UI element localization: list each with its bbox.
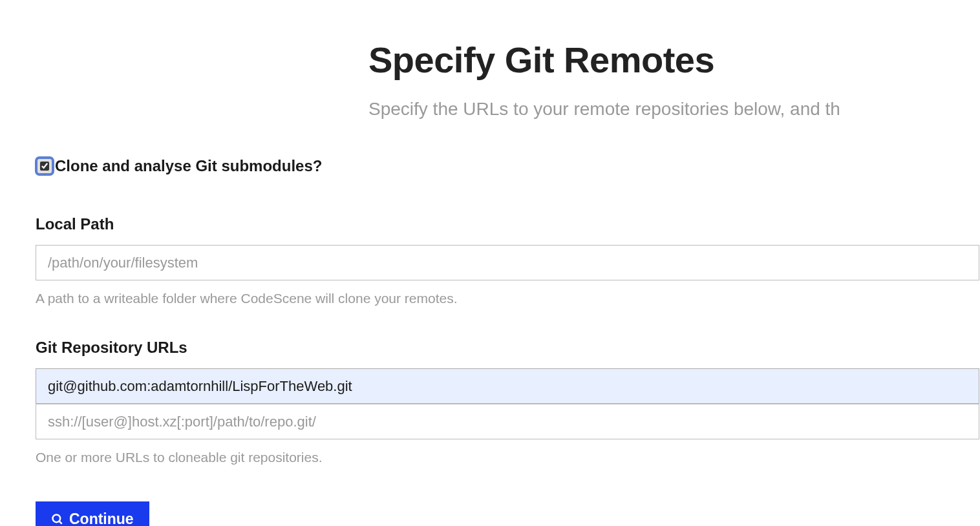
continue-button-label: Continue bbox=[69, 510, 134, 526]
submodules-checkbox-label: Clone and analyse Git submodules? bbox=[55, 157, 322, 175]
local-path-input[interactable] bbox=[36, 245, 979, 280]
repo-urls-group: Git Repository URLs One or more URLs to … bbox=[36, 339, 980, 465]
submodules-checkbox[interactable] bbox=[40, 162, 49, 171]
continue-button[interactable]: Continue bbox=[36, 501, 149, 526]
submodules-checkbox-wrap[interactable] bbox=[36, 157, 54, 175]
submodules-checkbox-row: Clone and analyse Git submodules? bbox=[36, 157, 980, 175]
page-title: Specify Git Remotes bbox=[368, 39, 980, 81]
repo-urls-help: One or more URLs to cloneable git reposi… bbox=[36, 450, 980, 465]
page-subtitle: Specify the URLs to your remote reposito… bbox=[368, 99, 980, 120]
repo-urls-label: Git Repository URLs bbox=[36, 339, 980, 357]
repo-url-input-next[interactable] bbox=[36, 404, 979, 439]
svg-line-1 bbox=[59, 521, 62, 523]
search-icon bbox=[51, 513, 64, 526]
local-path-group: Local Path A path to a writeable folder … bbox=[36, 215, 980, 306]
repo-url-input-0[interactable] bbox=[36, 368, 979, 404]
local-path-label: Local Path bbox=[36, 215, 980, 233]
local-path-help: A path to a writeable folder where CodeS… bbox=[36, 291, 980, 306]
svg-point-0 bbox=[53, 514, 61, 522]
